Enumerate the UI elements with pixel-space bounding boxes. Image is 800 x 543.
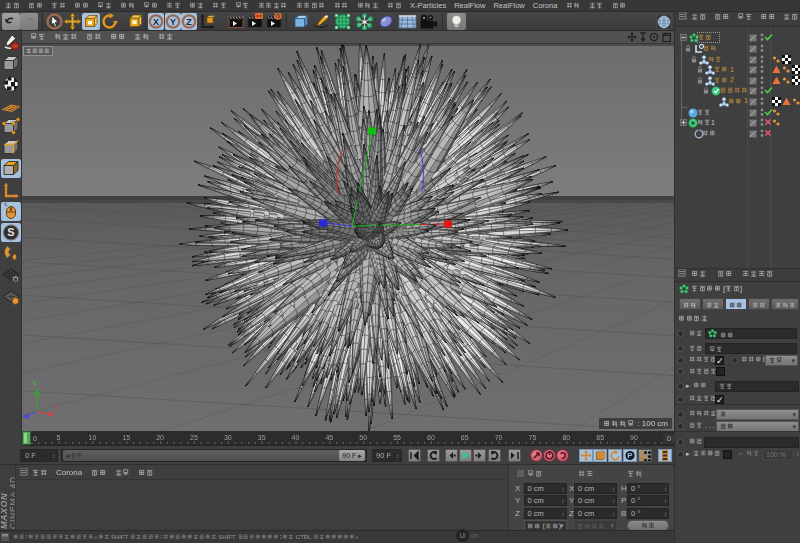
svg-text:S: S [7, 226, 14, 238]
svg-text:Y: Y [170, 17, 176, 27]
svg-text:Z: Z [186, 17, 192, 27]
svg-text:P: P [627, 451, 633, 460]
svg-text:X: X [153, 17, 159, 27]
